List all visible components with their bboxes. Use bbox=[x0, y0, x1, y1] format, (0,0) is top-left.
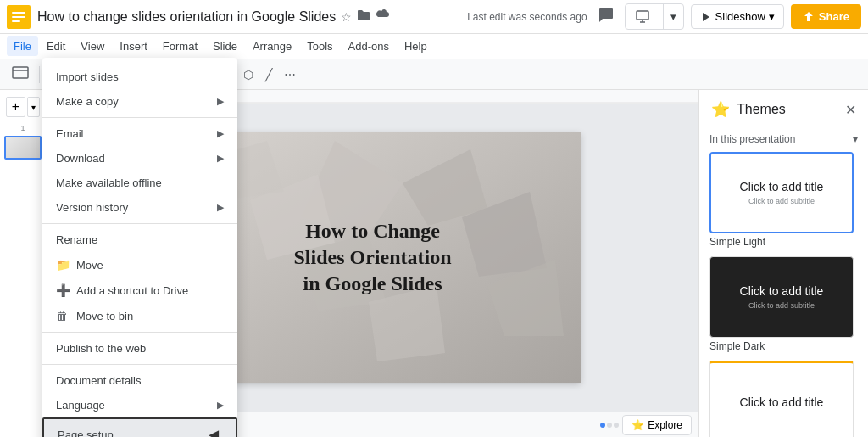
present-button[interactable]: ▾ bbox=[625, 3, 684, 30]
download-arrow: ▶ bbox=[217, 153, 224, 164]
shortcut-label: Add a shortcut to Drive bbox=[76, 284, 188, 297]
menu-slide[interactable]: Slide bbox=[206, 36, 244, 56]
menu-insert[interactable]: Insert bbox=[113, 36, 154, 56]
doc-details-label: Document details bbox=[56, 374, 141, 387]
dropdown-language[interactable]: Language ▶ bbox=[42, 393, 237, 417]
email-label: Email bbox=[56, 127, 84, 140]
toolbar-sep1 bbox=[39, 66, 40, 83]
theme-thumb-light: Click to add title Click to add subtitle bbox=[709, 152, 854, 233]
theme-yellow-title: Click to add title bbox=[740, 395, 824, 409]
import-slides-label: Import slides bbox=[56, 70, 119, 83]
themes-icon: ⭐ bbox=[711, 100, 730, 119]
dropdown-version-history[interactable]: Version history ▶ bbox=[42, 195, 237, 220]
dropdown-download[interactable]: Download ▶ bbox=[42, 146, 237, 171]
explore-icon: ⭐ bbox=[632, 419, 644, 431]
big-arrow: ◄ bbox=[205, 425, 222, 437]
menu-addons[interactable]: Add-ons bbox=[342, 36, 396, 56]
share-label: Share bbox=[819, 10, 849, 23]
themes-section-label[interactable]: In this presentation ▾ bbox=[709, 133, 858, 145]
themes-close-button[interactable]: ✕ bbox=[845, 102, 856, 118]
menu-tools[interactable]: Tools bbox=[300, 36, 339, 56]
toolbar-more[interactable]: ⋯ bbox=[279, 64, 301, 85]
dropdown-import-slides[interactable]: Import slides bbox=[42, 64, 237, 89]
shortcut-item-left: ➕ Add a shortcut to Drive bbox=[56, 283, 188, 297]
themes-section: In this presentation ▾ Click to add titl… bbox=[699, 126, 868, 437]
dropdown-move-to-bin[interactable]: 🗑 Move to bin bbox=[42, 303, 237, 328]
theme-dark-title: Click to add title bbox=[740, 284, 824, 298]
shortcut-icon: ➕ bbox=[56, 283, 70, 297]
star-icon[interactable]: ☆ bbox=[341, 10, 352, 24]
share-button[interactable]: Share bbox=[791, 4, 861, 29]
theme-item-yellow[interactable]: Click to add title bbox=[709, 361, 858, 437]
dropdown-email[interactable]: Email ▶ bbox=[42, 121, 237, 146]
explore-button[interactable]: ⭐ Explore bbox=[622, 415, 692, 435]
comments-button[interactable] bbox=[594, 3, 618, 30]
publish-label: Publish to the web bbox=[56, 342, 146, 355]
app-icon bbox=[7, 5, 31, 29]
bin-icon: 🗑 bbox=[56, 309, 70, 322]
svg-rect-4 bbox=[637, 11, 648, 20]
add-slide-btn[interactable]: + bbox=[6, 97, 25, 117]
toolbar-insert-btn[interactable] bbox=[7, 63, 34, 86]
bin-label: Move to bin bbox=[76, 310, 133, 322]
themes-title-text: Themes bbox=[737, 102, 786, 117]
move-icon: 📁 bbox=[56, 258, 70, 272]
arrow-indicator: ◄ bbox=[205, 425, 222, 437]
theme-light-name: Simple Light bbox=[709, 236, 858, 248]
slides-panel: + ▾ 1 bbox=[0, 90, 47, 437]
top-right: Last edit was seconds ago ▾ Slideshow ▾ … bbox=[467, 3, 861, 30]
theme-light-subtitle: Click to add subtitle bbox=[748, 197, 815, 205]
menu-format[interactable]: Format bbox=[156, 36, 204, 56]
slideshow-dropdown-arrow[interactable]: ▾ bbox=[769, 10, 775, 23]
menu-bar: File Edit View Insert Format Slide Arran… bbox=[0, 34, 868, 59]
themes-section-text: In this presentation bbox=[709, 133, 795, 145]
make-copy-arrow: ▶ bbox=[217, 96, 224, 107]
dropdown-doc-details[interactable]: Document details bbox=[42, 368, 237, 393]
slide-options-btn[interactable]: ▾ bbox=[27, 97, 40, 117]
menu-section-2: Email ▶ Download ▶ Make available offlin… bbox=[42, 118, 237, 224]
slide-thumbnail[interactable] bbox=[4, 136, 42, 160]
language-arrow: ▶ bbox=[217, 400, 224, 411]
version-history-arrow: ▶ bbox=[217, 202, 224, 213]
toolbar-line[interactable]: ╱ bbox=[260, 64, 277, 85]
slide-title-text: How to ChangeSlides Orientationin Google… bbox=[293, 218, 451, 298]
top-bar: How to change slides orientation in Goog… bbox=[0, 0, 868, 34]
language-label: Language bbox=[56, 399, 105, 412]
menu-help[interactable]: Help bbox=[398, 36, 434, 56]
version-history-label: Version history bbox=[56, 201, 128, 214]
move-item-left: 📁 Move bbox=[56, 258, 103, 272]
theme-thumb-dark: Click to add title Click to add subtitle bbox=[709, 256, 854, 338]
toolbar-shapes[interactable]: ⬡ bbox=[238, 64, 259, 85]
dropdown-rename[interactable]: Rename bbox=[42, 227, 237, 252]
download-label: Download bbox=[56, 152, 105, 165]
theme-item-simple-dark[interactable]: Click to add title Click to add subtitle… bbox=[709, 256, 858, 352]
menu-file[interactable]: File bbox=[7, 36, 38, 56]
move-label: Move bbox=[76, 259, 103, 272]
file-dropdown-menu: Import slides Make a copy ▶ Email ▶ Down… bbox=[42, 58, 237, 437]
theme-dark-subtitle: Click to add subtitle bbox=[748, 301, 815, 310]
slideshow-button[interactable]: Slideshow ▾ bbox=[691, 4, 784, 29]
menu-view[interactable]: View bbox=[74, 36, 111, 56]
menu-section-5: Document details Language ▶ Page setup ◄… bbox=[42, 365, 237, 437]
svg-rect-2 bbox=[12, 16, 25, 18]
theme-light-title: Click to add title bbox=[740, 180, 824, 193]
theme-item-simple-light[interactable]: Click to add title Click to add subtitle… bbox=[709, 152, 858, 248]
themes-panel: ⭐ Themes ✕ In this presentation ▾ Click … bbox=[698, 90, 868, 437]
menu-arrange[interactable]: Arrange bbox=[246, 36, 298, 56]
dropdown-page-setup[interactable]: Page setup ◄ bbox=[42, 417, 237, 437]
folder-icon[interactable] bbox=[357, 8, 370, 25]
dropdown-shortcut-drive[interactable]: ➕ Add a shortcut to Drive bbox=[42, 277, 237, 303]
theme-dark-name: Simple Dark bbox=[709, 340, 858, 352]
svg-marker-7 bbox=[703, 13, 709, 21]
menu-edit[interactable]: Edit bbox=[40, 36, 72, 56]
page-setup-label: Page setup bbox=[58, 429, 114, 437]
svg-rect-8 bbox=[13, 67, 28, 78]
slide-thumb-inner bbox=[6, 137, 40, 158]
cloud-icon[interactable] bbox=[376, 8, 389, 25]
dropdown-make-copy[interactable]: Make a copy ▶ bbox=[42, 89, 237, 114]
dropdown-offline[interactable]: Make available offline bbox=[42, 171, 237, 195]
dropdown-move[interactable]: 📁 Move bbox=[42, 252, 237, 277]
doc-title: How to change slides orientation in Goog… bbox=[37, 9, 336, 25]
present-arrow[interactable]: ▾ bbox=[664, 5, 683, 28]
dropdown-publish[interactable]: Publish to the web bbox=[42, 336, 237, 361]
